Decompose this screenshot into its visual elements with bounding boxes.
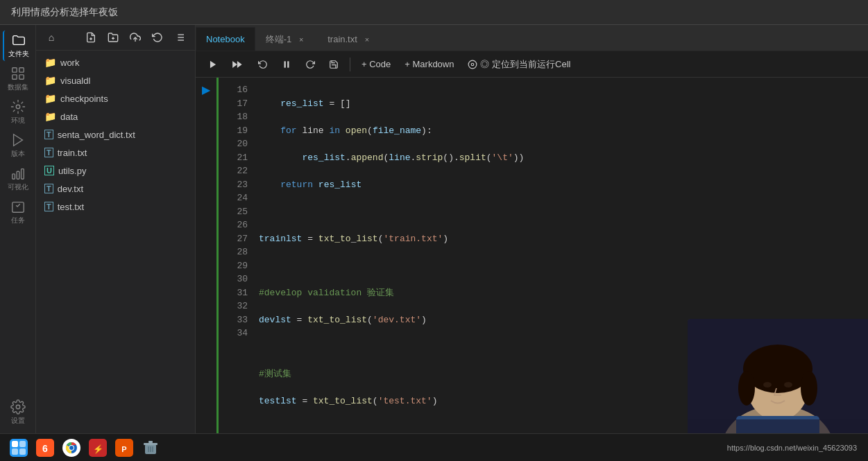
svg-marker-22: [210, 60, 216, 68]
file-explorer: ⌂ 📁 work 📁 vi: [36, 25, 196, 433]
svg-marker-5: [13, 134, 22, 146]
svg-text:⚡: ⚡: [93, 444, 103, 454]
sidebar-icons: 文件夹 数据集 环境 版本 可视化: [0, 25, 36, 433]
txt-icon: T: [44, 130, 53, 139]
svg-rect-42: [12, 441, 18, 447]
svg-rect-9: [12, 202, 24, 213]
svg-point-27: [469, 60, 477, 69]
txt-icon: T: [44, 148, 53, 157]
locate-cell-button[interactable]: ◎ 定位到当前运行Cell: [462, 55, 576, 73]
svg-point-38: [784, 382, 792, 388]
svg-point-10: [16, 405, 20, 409]
tab-close-traintxt[interactable]: ×: [361, 34, 373, 45]
svg-rect-6: [12, 174, 15, 179]
file-item-utils[interactable]: U utils.py: [36, 162, 195, 180]
file-item-work[interactable]: 📁 work: [36, 53, 195, 71]
svg-rect-45: [19, 449, 26, 455]
home-button[interactable]: ⌂: [42, 28, 61, 47]
txt-icon: T: [44, 202, 53, 211]
notebook-toolbar: + Code + Markdown ◎ 定位到当前运行Cell: [196, 51, 868, 78]
add-code-label: + Code: [361, 59, 391, 69]
code-line-19: return res_list: [259, 178, 862, 192]
sidebar-item-visualize[interactable]: 可视化: [3, 164, 33, 194]
toolbar-separator: [350, 58, 350, 71]
cell-run-arrow[interactable]: ▶: [202, 83, 210, 96]
sidebar-item-version[interactable]: 版本: [3, 130, 33, 161]
tab-traintxt[interactable]: train.txt ×: [317, 27, 383, 51]
taskbar-icon-trash[interactable]: [140, 437, 161, 458]
file-item-label: utils.py: [58, 166, 86, 176]
file-item-dev[interactable]: T dev.txt: [36, 180, 195, 198]
taskbar-icon-finder[interactable]: [8, 437, 29, 458]
folder-icon: 📁: [44, 57, 56, 68]
webcam-overlay: [688, 319, 868, 433]
file-tree: 📁 work 📁 visualdl 📁 checkpoints 📁 data T…: [36, 51, 195, 433]
taskbar-url: https://blog.csdn.net/weixin_45623093: [727, 444, 857, 452]
cell-run-area: ▶: [196, 78, 216, 433]
txt-icon: T: [44, 184, 53, 193]
file-item-test[interactable]: T test.txt: [36, 198, 195, 216]
sidebar-label-settings: 设置: [11, 416, 25, 426]
tab-label-notebook: Notebook: [206, 34, 245, 44]
new-folder-button[interactable]: [103, 28, 123, 47]
svg-rect-0: [12, 68, 16, 72]
refresh-button[interactable]: [148, 28, 167, 47]
tab-label-terminal: 终端-1: [266, 33, 292, 46]
code-line-18: res_list.append(line.strip().split('\t')…: [259, 151, 862, 165]
add-markdown-button[interactable]: + Markdown: [399, 55, 459, 73]
pause-button[interactable]: [276, 55, 297, 73]
save-button[interactable]: [323, 55, 344, 73]
file-item-data[interactable]: 📁 data: [36, 107, 195, 125]
new-file-button[interactable]: [81, 28, 101, 47]
tab-notebook[interactable]: Notebook: [196, 27, 255, 51]
sidebar-label-task: 任务: [11, 216, 25, 225]
run-all-button[interactable]: [226, 55, 250, 73]
sidebar-label-env: 环境: [11, 116, 25, 125]
sidebar-item-env[interactable]: 环境: [3, 97, 33, 128]
file-item-label: dev.txt: [58, 184, 83, 194]
code-line-21: trainlst = txt_to_list('train.txt'): [259, 232, 862, 246]
add-code-button[interactable]: + Code: [356, 55, 396, 73]
line-numbers: 16 17 18 19 20 21 22 23 24 25 26 27 28 2…: [219, 78, 253, 433]
sidebar-item-task[interactable]: 任务: [3, 197, 33, 227]
svg-marker-23: [232, 60, 237, 67]
add-markdown-label: + Markdown: [405, 59, 454, 69]
file-item-checkpoints[interactable]: 📁 checkpoints: [36, 89, 195, 107]
svg-rect-7: [17, 171, 19, 179]
sidebar-item-settings[interactable]: 设置: [3, 397, 33, 428]
taskbar-icon-chrome[interactable]: [61, 437, 82, 458]
tab-terminal[interactable]: 终端-1 ×: [255, 27, 318, 51]
taskbar-icon-red[interactable]: ⚡: [87, 437, 108, 458]
taskbar-icon-powerpoint[interactable]: P: [114, 437, 135, 458]
file-item-label: work: [60, 58, 79, 68]
svg-rect-58: [148, 441, 153, 443]
code-line-23: #develop validation 验证集: [259, 286, 862, 300]
file-item-visualdl[interactable]: 📁 visualdl: [36, 71, 195, 89]
tab-close-terminal[interactable]: ×: [296, 34, 307, 45]
svg-rect-1: [19, 68, 23, 72]
file-item-senta[interactable]: T senta_word_dict.txt: [36, 125, 195, 143]
taskbar-icon-6[interactable]: 6: [35, 437, 56, 458]
code-editor[interactable]: ▶ 16 17 18 19 20 21 22 23 24 25 26 27 28…: [196, 78, 868, 433]
sidebar-item-folder[interactable]: 文件夹: [3, 31, 33, 61]
tab-label-traintxt: train.txt: [327, 34, 357, 44]
sort-button[interactable]: [170, 28, 189, 47]
refresh-kernel-button[interactable]: [300, 55, 321, 73]
app-title: 利用情感分析选择年夜饭: [11, 6, 118, 19]
sidebar-label-visualize: 可视化: [8, 182, 28, 192]
py-icon: U: [44, 166, 54, 175]
svg-point-28: [472, 63, 475, 66]
file-item-label: senta_word_dict.txt: [58, 130, 135, 140]
svg-rect-26: [287, 61, 289, 67]
run-cell-button[interactable]: [203, 55, 223, 73]
code-line-16: res_list = []: [259, 97, 862, 111]
sidebar-item-dataset[interactable]: 数据集: [3, 64, 33, 94]
upload-button[interactable]: [126, 28, 145, 47]
file-item-train[interactable]: T train.txt: [36, 143, 195, 162]
svg-text:6: 6: [42, 443, 48, 454]
file-item-label: train.txt: [58, 148, 87, 158]
locate-label: ◎ 定位到当前运行Cell: [480, 58, 570, 71]
title-bar: 利用情感分析选择年夜饭: [0, 0, 868, 25]
folder-icon: 📁: [44, 93, 56, 104]
reset-button[interactable]: [253, 55, 273, 73]
